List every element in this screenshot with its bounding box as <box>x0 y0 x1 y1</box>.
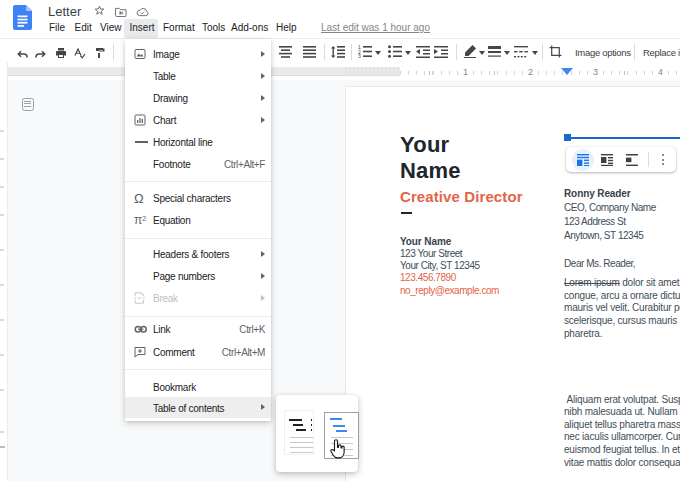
svg-text:3: 3 <box>358 53 361 58</box>
